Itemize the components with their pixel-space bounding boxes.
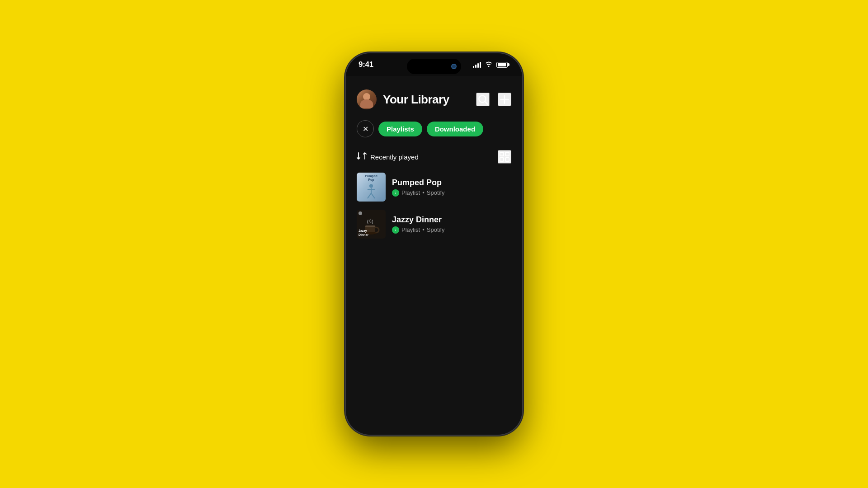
filter-row: ✕ Playlists Downloaded [357,120,511,137]
downloaded-filter-chip[interactable]: Downloaded [427,122,483,136]
playlist-meta: ↓ Playlist • Spotify [392,226,511,234]
add-button[interactable] [498,93,511,106]
signal-bar-2 [475,65,476,68]
phone-screen: 9:41 [346,53,522,435]
svg-point-8 [369,184,373,188]
list-item[interactable]: JazzyDinner Jazzy Dinner ↓ Playlist • Sp… [357,210,511,239]
playlist-source: Spotify [427,226,445,233]
svg-rect-14 [365,225,375,227]
svg-line-1 [485,102,488,104]
camera-dot [451,64,457,69]
status-icons [473,61,509,69]
status-time: 9:41 [359,60,373,69]
jazzy-label: JazzyDinner [359,229,384,237]
download-badge: ↓ [392,226,399,234]
dynamic-island [407,59,461,74]
svg-rect-6 [500,158,504,161]
pumped-pop-info: Pumped Pop ↓ Playlist • Spotify [392,178,511,197]
clear-filters-button[interactable]: ✕ [357,120,374,137]
dot-separator: • [422,226,425,233]
phone-frame: 9:41 [346,53,522,435]
wifi-icon [485,61,493,69]
svg-line-11 [368,193,371,198]
plus-icon [499,94,510,105]
signal-bar-4 [480,62,481,68]
header-actions [476,93,511,106]
avatar-image [357,89,377,109]
search-icon [477,94,489,105]
svg-rect-7 [505,158,509,161]
dot-separator: • [422,189,425,196]
close-icon: ✕ [363,125,368,133]
playlists-filter-chip[interactable]: Playlists [378,122,422,136]
page-title: Your Library [383,93,449,107]
sort-row: Recently played [357,150,511,164]
playlist-meta: ↓ Playlist • Spotify [392,189,511,197]
avatar[interactable] [357,89,377,109]
sort-label: Recently played [370,153,419,161]
list-item[interactable]: PumpedPop [357,173,511,202]
svg-line-12 [371,193,375,198]
main-content: Your Library [346,53,522,239]
small-dot [359,211,362,215]
jazzy-dinner-info: Jazzy Dinner ↓ Playlist • Spotify [392,215,511,234]
playlist-source: Spotify [427,189,445,196]
sort-arrows-icon [357,152,367,162]
playlist-name: Jazzy Dinner [392,215,511,225]
jazzy-dinner-thumbnail: JazzyDinner [357,210,386,239]
header-left: Your Library [357,89,449,109]
playlist-type: Playlist [401,189,420,196]
download-badge: ↓ [392,189,399,197]
battery-icon [496,62,509,68]
svg-rect-4 [500,152,504,156]
pumped-pop-thumbnail: PumpedPop [357,173,386,202]
library-header: Your Library [357,89,511,109]
sort-button[interactable]: Recently played [357,152,419,162]
search-button[interactable] [476,93,490,106]
svg-rect-5 [505,152,509,156]
signal-bar-1 [473,66,474,68]
grid-icon [499,151,510,163]
playlist-name: Pumped Pop [392,178,511,188]
playlist-type: Playlist [401,226,420,233]
download-icon: ↓ [395,191,397,195]
signal-bar-3 [477,63,479,68]
signal-icon [473,61,481,68]
grid-view-button[interactable] [498,150,511,164]
download-icon: ↓ [395,228,397,232]
